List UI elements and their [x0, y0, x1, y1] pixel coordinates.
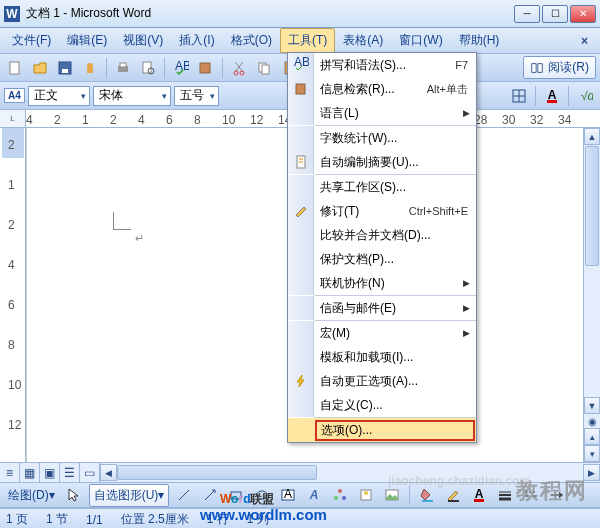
svg-point-14	[240, 71, 244, 75]
save-button[interactable]	[54, 57, 76, 79]
menuitem-W[interactable]: 字数统计(W)...	[288, 126, 476, 150]
diagram-button[interactable]	[329, 484, 351, 506]
autoshapes-button[interactable]: 自选图形(U) ▾	[89, 484, 170, 507]
view-outline-button[interactable]: ☰	[60, 463, 80, 482]
arrow-style-button[interactable]	[546, 484, 568, 506]
svg-point-38	[364, 491, 368, 495]
menuitem-U[interactable]: 自动编制摘要(U)...	[288, 150, 476, 174]
fill-color-button[interactable]	[416, 484, 438, 506]
style-combo[interactable]: 正文	[28, 86, 90, 106]
menuitem-M[interactable]: 宏(M)▶	[288, 321, 476, 345]
view-normal-button[interactable]: ≡	[0, 463, 20, 482]
svg-text:W: W	[6, 7, 18, 21]
maximize-button[interactable]: ☐	[542, 5, 568, 23]
spellcheck-button[interactable]: ABC	[170, 57, 192, 79]
open-button[interactable]	[29, 57, 51, 79]
status-col: 1 列	[247, 511, 269, 528]
browse-object-button[interactable]: ▴	[584, 428, 600, 445]
clipart-button[interactable]	[355, 484, 377, 506]
tools-menu-dropdown: ABC拼写和语法(S)...F7信息检索(R)...Alt+单击语言(L)▶字数…	[287, 52, 477, 443]
scroll-thumb[interactable]	[585, 146, 599, 266]
menu-help[interactable]: 帮助(H)	[451, 28, 508, 53]
status-line: 1 行	[207, 511, 229, 528]
research-button[interactable]	[195, 57, 217, 79]
new-doc-button[interactable]	[4, 57, 26, 79]
menu-window[interactable]: 窗口(W)	[391, 28, 450, 53]
menuitem-N[interactable]: 联机协作(N)▶	[288, 271, 476, 295]
read-mode-label: 阅读(R)	[548, 59, 589, 76]
grid-button[interactable]	[508, 85, 530, 107]
cut-button[interactable]	[228, 57, 250, 79]
view-reading-button[interactable]: ▭	[80, 463, 100, 482]
menuitem-A[interactable]: 自动更正选项(A)...	[288, 369, 476, 393]
svg-text:√α: √α	[581, 89, 593, 103]
view-web-button[interactable]: ▦	[20, 463, 40, 482]
menuitem-L[interactable]: 语言(L)▶	[288, 101, 476, 125]
oval-button[interactable]	[251, 484, 273, 506]
menu-file[interactable]: 文件(F)	[4, 28, 59, 53]
menu-view[interactable]: 视图(V)	[115, 28, 171, 53]
permission-button[interactable]	[79, 57, 101, 79]
line-style-button[interactable]	[494, 484, 516, 506]
svg-rect-25	[547, 100, 557, 103]
menuitem-C[interactable]: 自定义(C)...	[288, 393, 476, 417]
menuitem-I[interactable]: 模板和加载项(I)...	[288, 345, 476, 369]
hscroll-thumb[interactable]	[117, 465, 317, 480]
close-button[interactable]: ✕	[570, 5, 596, 23]
a4-indicator[interactable]: A4	[4, 88, 25, 103]
window-title: 文档 1 - Microsoft Word	[26, 5, 514, 22]
menuitem-E[interactable]: 信函与邮件(E)▶	[288, 296, 476, 320]
copy-button[interactable]	[253, 57, 275, 79]
wordart-button[interactable]: A	[303, 484, 325, 506]
fontsize-combo[interactable]: 五号	[174, 86, 219, 106]
vertical-scrollbar[interactable]: ▲ ▼ ◉ ▴ ▾	[583, 128, 600, 462]
svg-rect-8	[120, 63, 126, 67]
next-page-button[interactable]: ▾	[584, 445, 600, 462]
font-combo[interactable]: 宋体	[93, 86, 171, 106]
line-button[interactable]	[173, 484, 195, 506]
svg-line-28	[205, 491, 214, 500]
font-color-draw-button[interactable]: A	[468, 484, 490, 506]
menu-tools[interactable]: 工具(T)	[280, 28, 335, 53]
menuitem-T[interactable]: 修订(T)Ctrl+Shift+E	[288, 199, 476, 223]
menuitem-S[interactable]: ABC拼写和语法(S)...F7	[288, 53, 476, 77]
horizontal-scrollbar[interactable]: ◀ ▶	[100, 463, 600, 482]
line-color-button[interactable]	[442, 484, 464, 506]
minimize-button[interactable]: ─	[514, 5, 540, 23]
ruler-corner: L	[0, 110, 26, 127]
menuitem-O[interactable]: 选项(O)...	[288, 418, 476, 442]
scroll-right-button[interactable]: ▶	[583, 464, 600, 481]
select-objects-button[interactable]	[63, 484, 85, 506]
print-preview-button[interactable]	[137, 57, 159, 79]
draw-menu-button[interactable]: 绘图(D) ▾	[4, 487, 59, 504]
mdi-close-button[interactable]: ×	[573, 34, 596, 48]
svg-rect-16	[262, 65, 269, 74]
textbox-button[interactable]: A	[277, 484, 299, 506]
menuitem-R[interactable]: 信息检索(R)...Alt+单击	[288, 77, 476, 101]
menu-format[interactable]: 格式(O)	[223, 28, 280, 53]
menu-table[interactable]: 表格(A)	[335, 28, 391, 53]
dash-style-button[interactable]	[520, 484, 542, 506]
picture-button[interactable]	[381, 484, 403, 506]
menuitem-P[interactable]: 保护文档(P)...	[288, 247, 476, 271]
prev-page-button[interactable]: ◉	[584, 414, 600, 428]
word-app-icon: W	[4, 6, 20, 22]
svg-point-36	[342, 496, 346, 500]
arrow-button[interactable]	[199, 484, 221, 506]
scroll-up-button[interactable]: ▲	[584, 128, 600, 145]
view-print-button[interactable]: ▣	[40, 463, 60, 482]
svg-text:A: A	[309, 488, 319, 502]
svg-rect-9	[143, 62, 151, 73]
menuitem-D[interactable]: 比较并合并文档(D)...	[288, 223, 476, 247]
menu-edit[interactable]: 编辑(E)	[59, 28, 115, 53]
print-button[interactable]	[112, 57, 134, 79]
status-position: 位置 2.5厘米	[121, 511, 189, 528]
menuitem-S[interactable]: 共享工作区(S)...	[288, 175, 476, 199]
read-mode-button[interactable]: 阅读(R)	[523, 56, 596, 79]
equation-button[interactable]: √α	[574, 85, 596, 107]
menu-insert[interactable]: 插入(I)	[171, 28, 222, 53]
scroll-down-button[interactable]: ▼	[584, 397, 600, 414]
font-color-button[interactable]: A	[541, 85, 563, 107]
rectangle-button[interactable]	[225, 484, 247, 506]
scroll-left-button[interactable]: ◀	[100, 464, 117, 481]
